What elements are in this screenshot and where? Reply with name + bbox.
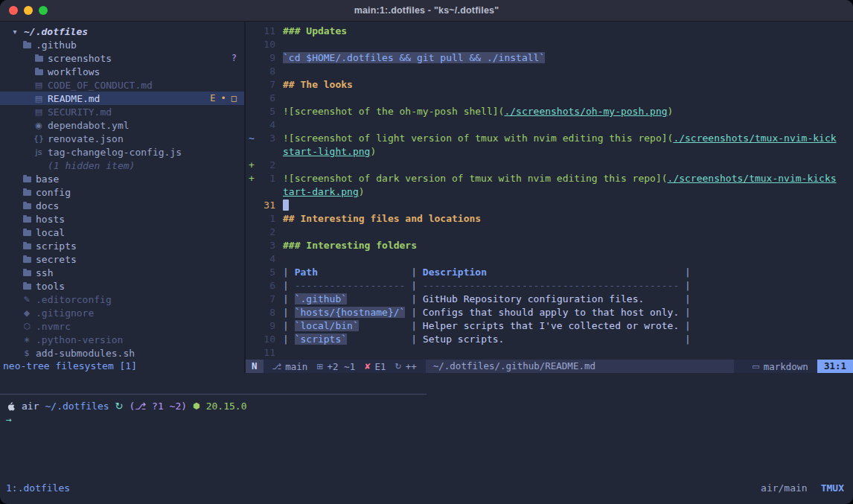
- editor-line[interactable]: 6: [246, 92, 853, 105]
- tree-item-label: .python-version: [36, 334, 123, 345]
- neotree-panel[interactable]: ▾~/.dotfiles.githubscreenshots?workflows…: [0, 22, 246, 373]
- tree-item-local[interactable]: local: [0, 226, 244, 239]
- gutter-sign: [246, 279, 256, 293]
- text-segment: |: [405, 267, 422, 278]
- shell-input-line[interactable]: →: [6, 413, 853, 427]
- editor-line[interactable]: 1## Interesting files and locations: [246, 212, 853, 226]
- gutter-sign: +: [246, 159, 256, 172]
- traffic-lights: [9, 6, 48, 15]
- tree-item-config[interactable]: config: [0, 185, 244, 199]
- gutter-sign: [246, 105, 256, 118]
- tree-item-dotfiles[interactable]: ▾~/.dotfiles: [0, 25, 244, 38]
- text-segment: [504, 334, 679, 345]
- text-segment: [347, 334, 405, 345]
- folder-glyph: [23, 203, 31, 209]
- editor-line[interactable]: +1![screenshot of dark version of tmux w…: [246, 172, 853, 185]
- tmux-window-label[interactable]: 1:.dotfiles: [6, 482, 70, 494]
- tree-item-add-submodules-sh[interactable]: $add-submodules.sh: [0, 346, 244, 360]
- editor-line[interactable]: 5| Path | Description |: [246, 266, 853, 279]
- tree-item-nvmrc[interactable]: ⬡.nvmrc: [0, 319, 244, 333]
- tree-item-github[interactable]: .github: [0, 38, 244, 51]
- line-number: 10: [256, 333, 275, 346]
- tree-item-security-md[interactable]: ▤SECURITY.md: [0, 105, 244, 118]
- editor-line[interactable]: 8: [246, 65, 853, 78]
- tree-item-1-hidden-item[interactable]: (1 hidden item): [0, 159, 244, 172]
- tree-item-label: ssh: [36, 267, 53, 278]
- tree-item-renovate-json[interactable]: {}renovate.json: [0, 132, 244, 145]
- titlebar[interactable]: main:1:.dotfiles - "ks~/.dotfiles": [0, 0, 853, 22]
- folder-glyph: [23, 257, 31, 263]
- editor-line[interactable]: 5![screenshot of the oh-my-posh shell](.…: [246, 105, 853, 118]
- line-text: ![screenshot of the oh-my-posh shell](./…: [283, 105, 673, 118]
- text-segment: |: [679, 267, 691, 278]
- tree-item-editorconfig[interactable]: ✎.editorconfig: [0, 293, 244, 306]
- editor-line[interactable]: start-light.png): [246, 145, 853, 159]
- text-segment: ![screenshot of light version of tmux wi…: [283, 133, 673, 144]
- tree-item-hosts[interactable]: hosts: [0, 212, 244, 226]
- tree-item-workflows[interactable]: workflows: [0, 65, 244, 78]
- file-node-icon: ⬡: [21, 322, 33, 331]
- text-segment: ./screenshots/tmux-nvim-kick: [673, 133, 836, 144]
- tree-item-dependabot-yml[interactable]: ◉dependabot.yml: [0, 118, 244, 132]
- tree-item-code-of-conduct-md[interactable]: ▤CODE_OF_CONDUCT.md: [0, 78, 244, 92]
- editor-line[interactable]: ~3![screenshot of light version of tmux …: [246, 132, 853, 145]
- folder-icon: [21, 229, 33, 236]
- text-segment: ### Interesting folders: [283, 240, 417, 251]
- tree-item-screenshots[interactable]: screenshots?: [0, 51, 244, 65]
- folder-icon: [21, 243, 33, 249]
- tree-item-label: tag-changelog-config.js: [48, 147, 182, 158]
- editor-line[interactable]: tart-dark.png): [246, 185, 853, 199]
- editor-panel[interactable]: 11### Updates 10 9`cd $HOME/.dotfiles &&…: [246, 22, 853, 373]
- tree-item-python-version[interactable]: ∗.python-version: [0, 333, 244, 346]
- editor-line[interactable]: 4: [246, 118, 853, 132]
- line-text: | Path | Description |: [283, 266, 691, 279]
- editor-line[interactable]: 6| ------------------- | ---------------…: [246, 279, 853, 293]
- folder-glyph: [23, 270, 31, 276]
- status-badge: •: [221, 93, 226, 103]
- gutter-sign: [246, 199, 256, 212]
- line-number: 4: [256, 252, 275, 266]
- line-number: 9: [256, 319, 275, 333]
- editor-line[interactable]: 2: [246, 226, 853, 239]
- gutter-sign: [246, 212, 256, 226]
- editor-line[interactable]: 10| `scripts` | Setup scripts. |: [246, 333, 853, 346]
- tmux-pane-shell[interactable]: air ~/.dotfiles ↻ (⎇ ?1 ~2) ⬢ 20.15.0 →: [0, 395, 853, 480]
- editor-line[interactable]: 8| `hosts/{hostname}/` | Configs that sh…: [246, 306, 853, 319]
- tree-item-scripts[interactable]: scripts: [0, 239, 244, 252]
- cursor-position: 31:1: [817, 360, 853, 373]
- editor-line[interactable]: 11: [246, 346, 853, 360]
- tree-item-readme-md[interactable]: ▤README.mdE•□: [0, 92, 244, 105]
- tree-item-label: CODE_OF_CONDUCT.md: [48, 80, 153, 91]
- editor-line[interactable]: 9| `local/bin` | Helper scripts that I'v…: [246, 319, 853, 333]
- editor-line[interactable]: 3### Interesting folders: [246, 239, 853, 252]
- tree-item-base[interactable]: base: [0, 172, 244, 185]
- gutter-sign: [246, 51, 256, 65]
- tmux-statusbar-right: air/main TMUX: [761, 482, 847, 494]
- line-number: 5: [256, 266, 275, 279]
- zoom-button[interactable]: [39, 6, 48, 15]
- editor-line[interactable]: +2: [246, 159, 853, 172]
- node-version: 20.15.0: [206, 400, 247, 413]
- minimize-button[interactable]: [24, 6, 33, 15]
- status-badge: □: [231, 93, 237, 103]
- editor-line[interactable]: 10: [246, 38, 853, 51]
- apple-icon: [6, 401, 16, 412]
- tree-item-gitignore[interactable]: ◆.gitignore: [0, 306, 244, 319]
- editor-line[interactable]: 7## The looks: [246, 78, 853, 92]
- editor-line[interactable]: 7| `.github` | GitHub Repository configu…: [246, 293, 853, 306]
- diagnostic-error-icon: ✘: [364, 362, 371, 371]
- tree-item-ssh[interactable]: ssh: [0, 266, 244, 279]
- text-segment: `cd $HOME/.dotfiles && git pull && ./ins…: [283, 52, 545, 63]
- editor-line[interactable]: 31: [246, 199, 853, 212]
- editor-line[interactable]: 4: [246, 252, 853, 266]
- tree-item-docs[interactable]: docs: [0, 199, 244, 212]
- editor-line[interactable]: 11### Updates: [246, 25, 853, 38]
- tree-item-secrets[interactable]: secrets: [0, 252, 244, 266]
- tree-item-tools[interactable]: tools: [0, 279, 244, 293]
- line-number: [256, 185, 275, 199]
- tree-item-tag-changelog-config-js[interactable]: jstag-changelog-config.js: [0, 145, 244, 159]
- close-button[interactable]: [9, 6, 18, 15]
- editor-line[interactable]: 9`cd $HOME/.dotfiles && git pull && ./in…: [246, 51, 853, 65]
- text-segment: Configs that should apply to that host o…: [423, 307, 679, 318]
- text-segment: |: [679, 334, 691, 345]
